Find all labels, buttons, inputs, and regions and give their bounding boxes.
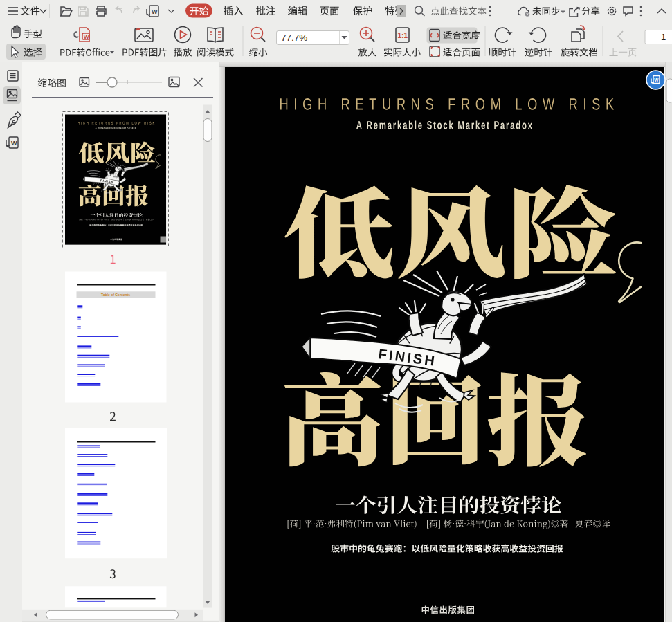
svg-text:77.7%: 77.7% <box>281 33 307 43</box>
svg-text:W: W <box>654 77 659 82</box>
svg-text:W: W <box>152 8 158 15</box>
svg-text:Table of Contents: Table of Contents <box>101 293 130 297</box>
svg-text:W: W <box>11 140 17 147</box>
svg-text:W: W <box>84 34 89 40</box>
svg-text:1: 1 <box>661 32 666 42</box>
svg-text:1:1: 1:1 <box>398 32 408 39</box>
